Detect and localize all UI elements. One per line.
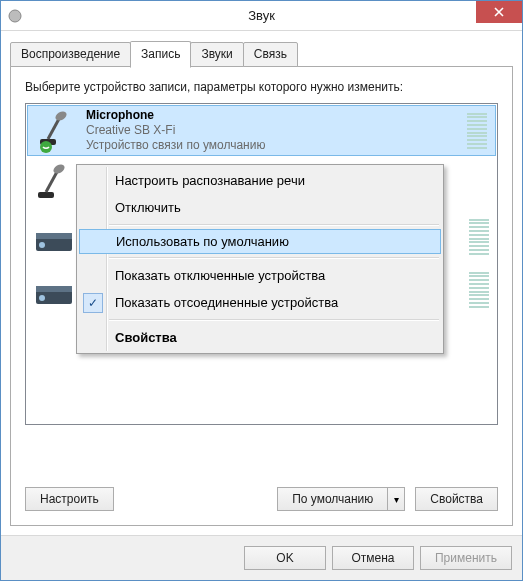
cancel-button[interactable]: Отмена <box>332 546 414 570</box>
tab-sounds[interactable]: Звуки <box>190 42 243 67</box>
cm-item-properties[interactable]: Свойства <box>79 324 441 351</box>
device-name: Microphone <box>86 108 467 123</box>
properties-button[interactable]: Свойства <box>415 487 498 511</box>
svg-rect-5 <box>38 192 54 198</box>
cm-item-show-disconnected[interactable]: ✓ Показать отсоединенные устройства <box>79 289 441 316</box>
panel-buttons: Настроить По умолчанию ▾ Свойства <box>25 473 498 511</box>
check-icon: ✓ <box>83 293 103 313</box>
level-meter <box>469 217 489 257</box>
tabpanel-recording: Выберите устройство записи, параметры ко… <box>10 66 513 526</box>
chevron-down-icon: ▾ <box>394 494 399 505</box>
instruction-text: Выберите устройство записи, параметры ко… <box>25 79 498 95</box>
device-status: Устройство связи по умолчанию <box>86 138 467 153</box>
cm-item-show-disabled[interactable]: Показать отключенные устройства <box>79 262 441 289</box>
microphone-icon <box>32 107 80 155</box>
svg-rect-9 <box>36 233 72 239</box>
menu-separator <box>109 257 439 259</box>
sound-dialog: Звук Воспроизведение Запись Звуки Связь … <box>0 0 523 581</box>
svg-rect-12 <box>36 286 72 292</box>
apply-button[interactable]: Применить <box>420 546 512 570</box>
level-meter <box>469 270 489 310</box>
cm-item-set-default[interactable]: Использовать по умолчанию <box>79 229 441 254</box>
ok-button[interactable]: OK <box>244 546 326 570</box>
tabstrip: Воспроизведение Запись Звуки Связь <box>10 40 513 67</box>
tab-communications[interactable]: Связь <box>243 42 298 67</box>
set-default-button[interactable]: По умолчанию <box>277 487 387 511</box>
svg-point-3 <box>54 109 68 122</box>
device-list[interactable]: Microphone Creative SB X-Fi Устройство с… <box>25 103 498 425</box>
device-icon <box>30 266 78 314</box>
titlebar: Звук <box>1 1 522 31</box>
svg-point-13 <box>39 295 45 301</box>
content-area: Воспроизведение Запись Звуки Связь Выбер… <box>1 31 522 535</box>
close-icon <box>494 7 504 17</box>
menu-separator <box>109 224 439 226</box>
window-title: Звук <box>248 8 275 23</box>
svg-point-4 <box>40 141 52 153</box>
svg-point-0 <box>9 10 21 22</box>
device-row-microphone[interactable]: Microphone Creative SB X-Fi Устройство с… <box>27 105 496 156</box>
set-default-splitbutton: По умолчанию ▾ <box>277 487 405 511</box>
app-icon <box>7 8 23 24</box>
tab-recording[interactable]: Запись <box>130 41 191 68</box>
context-menu: Настроить распознавание речи Отключить И… <box>76 164 444 354</box>
device-driver: Creative SB X-Fi <box>86 123 467 138</box>
tab-playback[interactable]: Воспроизведение <box>10 42 131 67</box>
svg-point-7 <box>52 162 66 175</box>
cm-item-speech-recognition[interactable]: Настроить распознавание речи <box>79 167 441 194</box>
configure-button[interactable]: Настроить <box>25 487 114 511</box>
menu-separator <box>109 319 439 321</box>
cm-item-disable[interactable]: Отключить <box>79 194 441 221</box>
svg-point-10 <box>39 242 45 248</box>
device-text: Microphone Creative SB X-Fi Устройство с… <box>86 108 467 153</box>
dialog-buttons: OK Отмена Применить <box>1 535 522 580</box>
device-icon <box>30 213 78 261</box>
set-default-dropdown[interactable]: ▾ <box>387 487 405 511</box>
microphone-icon <box>30 160 78 208</box>
close-button[interactable] <box>476 1 522 23</box>
level-meter <box>467 111 487 151</box>
